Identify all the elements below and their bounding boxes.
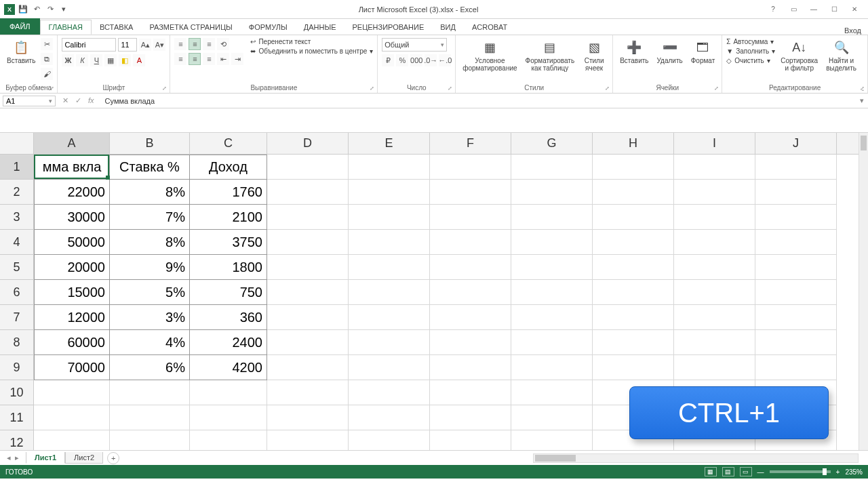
- align-center-icon[interactable]: ≡: [189, 53, 201, 65]
- cell[interactable]: 8%: [110, 230, 190, 255]
- copy-icon[interactable]: ⧉: [41, 53, 53, 65]
- cell[interactable]: [674, 255, 755, 280]
- cell[interactable]: [34, 430, 110, 450]
- thousands-icon[interactable]: 000: [410, 54, 422, 66]
- column-header[interactable]: D: [267, 133, 349, 154]
- cell[interactable]: [511, 355, 593, 380]
- currency-icon[interactable]: ₽: [382, 54, 394, 66]
- decimal-decrease-icon[interactable]: ←.0: [439, 54, 451, 66]
- cell[interactable]: 5%: [110, 280, 190, 305]
- cell[interactable]: [349, 155, 430, 180]
- ribbon-tab[interactable]: РАЗМЕТКА СТРАНИЦЫ: [141, 20, 240, 35]
- cell[interactable]: 6%: [110, 355, 190, 380]
- row-headers[interactable]: 123456789101112: [0, 155, 34, 450]
- view-page-break-icon[interactable]: ▭: [740, 467, 752, 476]
- find-select-button[interactable]: 🔍Найти и выделить: [823, 38, 859, 73]
- format-as-table-button[interactable]: ▤Форматировать как таблицу: [523, 38, 578, 73]
- cell[interactable]: [674, 305, 755, 330]
- cell[interactable]: [430, 255, 511, 280]
- qat-more-icon[interactable]: ▾: [58, 4, 69, 15]
- insert-cells-button[interactable]: ➕Вставить: [617, 38, 651, 66]
- zoom-slider[interactable]: [770, 470, 831, 473]
- cell[interactable]: [593, 205, 674, 230]
- clear-button[interactable]: ◇ Очистить ▾: [726, 57, 775, 64]
- italic-icon[interactable]: К: [76, 54, 88, 66]
- cell[interactable]: [755, 305, 837, 330]
- cell[interactable]: [511, 380, 593, 405]
- redo-icon[interactable]: ↷: [45, 4, 56, 15]
- cell[interactable]: [755, 330, 837, 355]
- cell[interactable]: [755, 180, 837, 205]
- cell[interactable]: 2400: [190, 330, 267, 355]
- cell[interactable]: 3750: [190, 230, 267, 255]
- fill-button[interactable]: ▼ Заполнить ▾: [726, 47, 775, 55]
- cell[interactable]: [430, 330, 511, 355]
- cell[interactable]: 1760: [190, 180, 267, 205]
- cell[interactable]: [593, 155, 674, 180]
- add-sheet-button[interactable]: +: [107, 452, 119, 464]
- cell[interactable]: [430, 280, 511, 305]
- align-middle-icon[interactable]: ≡: [189, 38, 201, 50]
- cell[interactable]: [511, 230, 593, 255]
- cell[interactable]: [511, 155, 593, 180]
- cell[interactable]: [267, 255, 349, 280]
- row-header[interactable]: 1: [0, 155, 33, 180]
- cell[interactable]: [430, 155, 511, 180]
- expand-formula-bar-icon[interactable]: ▾: [856, 96, 868, 105]
- merge-center-button[interactable]: ⬌ Объединить и поместить в центре ▾: [250, 47, 373, 55]
- cell[interactable]: [349, 230, 430, 255]
- cell[interactable]: [593, 255, 674, 280]
- enter-formula-icon[interactable]: ✓: [75, 96, 81, 105]
- conditional-format-button[interactable]: ▦Условное форматирование: [460, 38, 519, 73]
- zoom-level[interactable]: 235%: [845, 468, 863, 476]
- save-icon[interactable]: 💾: [18, 4, 28, 15]
- cell[interactable]: [267, 155, 349, 180]
- cell[interactable]: 9%: [110, 255, 190, 280]
- column-header[interactable]: J: [755, 133, 837, 154]
- fill-color-icon[interactable]: ◧: [119, 54, 131, 66]
- ribbon-tab[interactable]: ACROBAT: [464, 20, 515, 35]
- sheet-tab[interactable]: Лист2: [65, 452, 103, 464]
- cell[interactable]: [190, 430, 267, 450]
- ribbon-tab[interactable]: ВСТАВКА: [92, 20, 141, 35]
- cell[interactable]: 4200: [190, 355, 267, 380]
- zoom-in-icon[interactable]: +: [836, 468, 840, 476]
- cell[interactable]: [430, 430, 511, 450]
- cell[interactable]: [267, 205, 349, 230]
- underline-icon[interactable]: Ч: [90, 54, 102, 66]
- row-header[interactable]: 8: [0, 330, 33, 355]
- view-page-layout-icon[interactable]: ▤: [722, 467, 734, 476]
- cell[interactable]: [349, 255, 430, 280]
- cell[interactable]: [430, 405, 511, 430]
- cell[interactable]: [110, 380, 190, 405]
- sheet-tab[interactable]: Лист1: [26, 452, 65, 464]
- cell[interactable]: [349, 330, 430, 355]
- sheet-nav-next-icon[interactable]: ▸: [15, 453, 19, 462]
- help-icon[interactable]: ?: [764, 3, 783, 16]
- ribbon-tab[interactable]: ДАННЫЕ: [296, 20, 344, 35]
- cell[interactable]: [674, 180, 755, 205]
- cell[interactable]: [674, 230, 755, 255]
- ribbon-tab[interactable]: РЕЦЕНЗИРОВАНИЕ: [344, 20, 432, 35]
- cell[interactable]: 30000: [34, 205, 110, 230]
- cell[interactable]: [349, 280, 430, 305]
- percent-icon[interactable]: %: [396, 54, 408, 66]
- undo-icon[interactable]: ↶: [31, 4, 42, 15]
- row-header[interactable]: 4: [0, 230, 33, 255]
- cell[interactable]: [430, 305, 511, 330]
- align-bottom-icon[interactable]: ≡: [203, 38, 215, 50]
- cell[interactable]: 750: [190, 280, 267, 305]
- increase-font-icon[interactable]: A▴: [139, 39, 151, 51]
- cell[interactable]: [267, 305, 349, 330]
- cell[interactable]: [430, 205, 511, 230]
- cell[interactable]: [511, 405, 593, 430]
- cell[interactable]: [349, 305, 430, 330]
- cell[interactable]: Ставка %: [110, 155, 190, 180]
- cell[interactable]: 4%: [110, 330, 190, 355]
- collapse-ribbon-icon[interactable]: ˆ: [862, 89, 864, 97]
- cell[interactable]: [593, 180, 674, 205]
- cell[interactable]: 12000: [34, 305, 110, 330]
- font-color-icon[interactable]: A: [133, 54, 145, 66]
- cut-icon[interactable]: ✂: [41, 38, 53, 50]
- column-header[interactable]: I: [674, 133, 755, 154]
